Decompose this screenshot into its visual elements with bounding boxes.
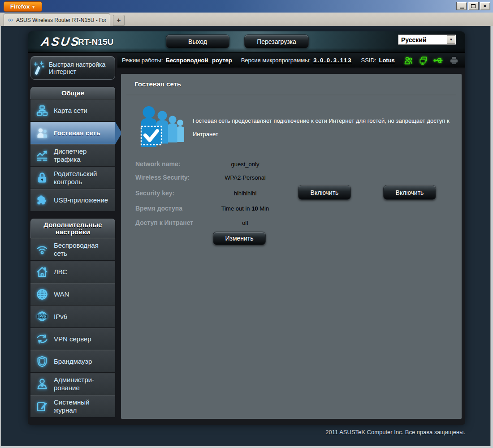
- field-label: Security key:: [135, 190, 214, 197]
- sidebar-item-label: Диспетчер трафика: [54, 147, 115, 164]
- sidebar-item-label: Карта сети: [54, 107, 89, 115]
- browser-tab-active[interactable]: ASUS Wireless Router RT-N15U - Гостевая …: [4, 13, 110, 26]
- field-value: off: [214, 220, 277, 226]
- parental-control-icon: [30, 172, 54, 184]
- sidebar-item-wireless[interactable]: Беспроводная сеть: [30, 238, 115, 260]
- field-value: WPA2-Personal: [214, 174, 277, 181]
- ssid-link[interactable]: Lotus: [379, 57, 394, 64]
- sidebar-section-general: Общие Карта сети: [30, 87, 115, 211]
- operation-mode-label: Режим работы:: [122, 57, 163, 64]
- sidebar-item-system-log[interactable]: Системный журнал: [30, 395, 115, 417]
- lan-icon: [30, 266, 54, 278]
- asus-logo: ASUS: [40, 35, 81, 49]
- sidebar-item-label: USB-приложение: [54, 196, 110, 204]
- quick-setup-button[interactable]: Быстрая настройка Интернет: [30, 56, 115, 80]
- title-separator: [126, 95, 456, 95]
- sidebar-item-lan[interactable]: ЛВС: [30, 260, 115, 283]
- app-header: ASUS RT-N15U Выход Перезагрузка Русский …: [28, 31, 465, 53]
- sidebar-item-vpn-server[interactable]: VPN сервер: [30, 327, 115, 350]
- ssid-label: SSID:: [361, 57, 376, 64]
- usb-app-icon: [30, 194, 54, 207]
- sidebar-item-usb-application[interactable]: USB-приложение: [30, 189, 115, 211]
- language-selected-value: Русский: [398, 36, 447, 43]
- field-row-access-time: Время доступа Time out in 10 Min: [135, 205, 277, 212]
- vpn-icon: [30, 333, 54, 345]
- new-tab-button[interactable]: +: [113, 15, 125, 26]
- language-select[interactable]: Русский ▼: [398, 34, 456, 45]
- sidebar-item-label: Брандмауэр: [54, 358, 94, 366]
- maximize-button[interactable]: [468, 2, 479, 10]
- sidebar-item-label: WAN: [54, 290, 71, 298]
- wan-icon: [30, 288, 54, 301]
- wireless-favicon-icon: [8, 17, 13, 24]
- sidebar-item-label: Беспроводная сеть: [54, 241, 115, 258]
- sidebar-item-traffic-manager[interactable]: Диспетчер трафика: [30, 144, 115, 166]
- ipv6-icon: IPv6: [30, 310, 54, 323]
- section-header-advanced: Дополнительные настройки: [30, 219, 115, 238]
- chevron-down-icon: ▼: [447, 35, 455, 44]
- statusbar: Режим работы: Беспроводной роутер Версия…: [117, 53, 465, 68]
- modify-button[interactable]: Изменить: [213, 232, 266, 245]
- reboot-button[interactable]: Перезагрузка: [244, 34, 309, 48]
- chevron-down-icon: ▼: [31, 5, 35, 9]
- svg-text:IPv6: IPv6: [39, 314, 46, 319]
- sidebar-item-wan[interactable]: WAN: [30, 283, 115, 305]
- window-frame-right: [490, 26, 493, 448]
- logout-button[interactable]: Выход: [166, 34, 229, 48]
- maximize-icon: [471, 4, 476, 8]
- minimize-button[interactable]: [456, 2, 467, 10]
- network-map-icon: [30, 104, 54, 117]
- sidebar-item-label: VPN сервер: [54, 335, 93, 343]
- administration-icon: [30, 378, 54, 390]
- page-title: Гостевая сеть: [134, 80, 181, 88]
- firewall-icon: [30, 355, 54, 368]
- sidebar-item-ipv6[interactable]: IPv6 IPv6: [30, 305, 115, 327]
- sidebar-item-label: Администри-рование: [54, 376, 115, 392]
- system-log-icon: [30, 400, 54, 413]
- copyright-text: 2011 ASUSTeK Computer Inc. Все права защ…: [0, 429, 465, 435]
- router-admin-panel: ASUS RT-N15U Выход Перезагрузка Русский …: [28, 31, 465, 425]
- enable-button-2[interactable]: Включить: [383, 185, 436, 200]
- router-model: RT-N15U: [78, 37, 113, 47]
- operation-mode-link[interactable]: Беспроводной роутер: [165, 57, 232, 64]
- field-row-security-key: Security key: hihihihihi: [135, 190, 277, 197]
- guest-network-description: Гостевая сеть предоставляет подключение …: [193, 114, 453, 141]
- sidebar-item-label: ЛВС: [54, 268, 69, 276]
- browser-tabstrip: ASUS Wireless Router RT-N15U - Гостевая …: [0, 13, 493, 26]
- network-devices-icon[interactable]: [419, 56, 428, 65]
- minimize-icon: [460, 7, 464, 9]
- enable-button-1[interactable]: Включить: [298, 185, 351, 200]
- field-row-intranet-access: Доступ к Интранет off: [135, 219, 277, 226]
- sidebar-item-guest-network[interactable]: Гостевая сеть: [30, 121, 115, 144]
- usb-icon[interactable]: [433, 56, 444, 65]
- field-label: Доступ к Интранет: [135, 219, 214, 226]
- window-titlebar: Firefox▼ ✕: [0, 0, 493, 13]
- guest-network-panel: Гостевая сеть Гостевая сеть предоставляе…: [121, 74, 462, 419]
- firmware-version-link[interactable]: 3.0.0.3.113: [313, 57, 352, 64]
- firmware-label: Версия микропрограммы:: [241, 57, 311, 64]
- sidebar-section-advanced: Дополнительные настройки Беспроводная се…: [30, 219, 115, 417]
- sidebar-item-network-map[interactable]: Карта сети: [30, 99, 115, 121]
- sidebar-item-label: IPv6: [54, 313, 69, 321]
- sidebar-item-firewall[interactable]: Брандмауэр: [30, 350, 115, 372]
- printer-icon[interactable]: [449, 56, 459, 65]
- sidebar-item-administration[interactable]: Администри-рование: [30, 372, 115, 395]
- quick-setup-label: Быстрая настройка Интернет: [49, 61, 115, 75]
- magic-wand-icon: [31, 60, 49, 76]
- sidebar-item-label: Системный журнал: [54, 398, 115, 414]
- status-icons: [404, 56, 459, 65]
- clients-icon[interactable]: [404, 56, 414, 65]
- sidebar-item-parental-control[interactable]: Родительский контроль: [30, 166, 115, 189]
- close-icon: ✕: [483, 4, 487, 9]
- firefox-menu-button[interactable]: Firefox▼: [4, 1, 42, 12]
- section-header-general: Общие: [30, 87, 115, 99]
- sidebar-item-label: Родительский контроль: [54, 170, 115, 186]
- wireless-icon: [30, 243, 54, 256]
- guest-network-icon: [30, 127, 54, 139]
- field-value: Time out in 10 Min: [214, 205, 277, 212]
- traffic-manager-icon: [30, 149, 54, 162]
- field-row-network-name: Network name: guest_only: [135, 160, 277, 168]
- tab-title: ASUS Wireless Router RT-N15U - Гостевая …: [16, 17, 106, 23]
- field-label: Network name:: [135, 160, 214, 168]
- close-button[interactable]: ✕: [480, 2, 490, 10]
